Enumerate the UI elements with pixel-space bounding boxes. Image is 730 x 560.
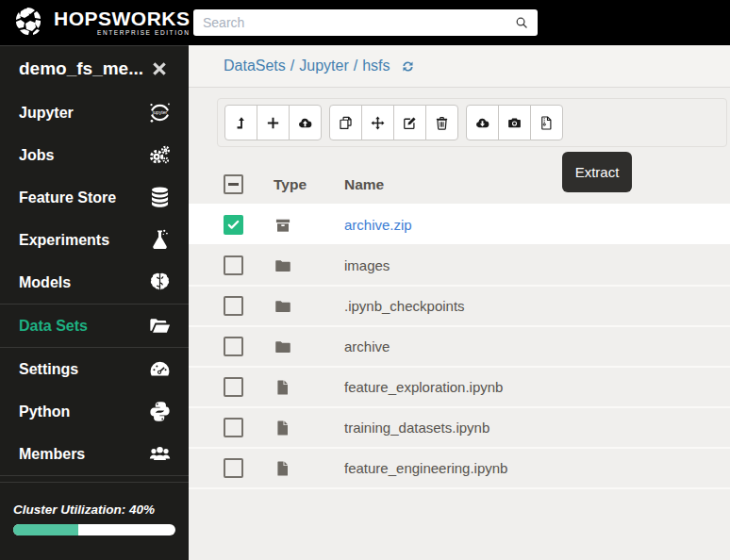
breadcrumb-link-datasets[interactable]: DataSets xyxy=(224,58,286,74)
close-project-button[interactable] xyxy=(149,58,170,79)
sidebar-item-members[interactable]: Members xyxy=(0,433,189,475)
extract-tooltip: Extract xyxy=(562,152,632,192)
file-name: feature_engineering.ipynb xyxy=(344,460,730,476)
zip-file-button[interactable] xyxy=(530,105,563,140)
breadcrumb-link-hsfs[interactable]: hsfs xyxy=(362,58,390,74)
svg-text:jupyter: jupyter xyxy=(152,109,168,115)
gears-icon xyxy=(147,142,173,168)
cluster-utilization-label: Cluster Utilization: 40% xyxy=(13,502,175,517)
sidebar-item-label: Data Sets xyxy=(19,318,88,335)
cluster-utilization: Cluster Utilization: 40% xyxy=(0,482,189,535)
sidebar: demo_fs_me... JupyterjupyterJobsFeature … xyxy=(0,45,189,560)
file-name: archive xyxy=(344,338,730,354)
search-icon[interactable] xyxy=(514,15,529,30)
refresh-button[interactable] xyxy=(400,58,416,74)
sidebar-item-python[interactable]: Python xyxy=(0,390,189,433)
row-checkbox[interactable] xyxy=(224,418,243,437)
sidebar-item-jupyter[interactable]: Jupyterjupyter xyxy=(0,91,189,134)
column-header-type: Type xyxy=(274,176,344,193)
sidebar-item-label: Settings xyxy=(19,361,78,378)
plus-icon xyxy=(265,115,281,131)
table-row-training-datasets-ipynb[interactable]: training_datasets.ipynb xyxy=(189,408,730,449)
toolbar-button-group xyxy=(329,105,458,140)
camera-button[interactable] xyxy=(498,105,531,140)
cluster-utilization-fill xyxy=(13,524,78,535)
cloud-upload-icon xyxy=(297,115,313,131)
sidebar-item-jobs[interactable]: Jobs xyxy=(0,134,189,176)
copy-button[interactable] xyxy=(329,105,362,140)
table-row-images[interactable]: images xyxy=(189,246,730,287)
sidebar-divider xyxy=(0,475,189,476)
breadcrumb-separator: / xyxy=(290,58,294,74)
table-row-ipynb-checkpoints[interactable]: .ipynb_checkpoints xyxy=(189,287,730,327)
logo-title: HOPSWORKS xyxy=(54,8,191,28)
row-checkbox[interactable] xyxy=(224,377,243,397)
table-row-feature-engineering-ipynb[interactable]: feature_engineering.ipynb xyxy=(189,449,730,489)
refresh-icon xyxy=(400,58,416,74)
sidebar-item-settings[interactable]: Settings xyxy=(0,348,189,390)
breadcrumb: DataSets/Jupyter/hsfs xyxy=(189,45,730,88)
flask-icon xyxy=(147,227,173,253)
row-checkbox[interactable] xyxy=(224,337,243,356)
plus-button[interactable] xyxy=(257,105,290,140)
copy-icon xyxy=(338,115,354,131)
jupyter-icon: jupyter xyxy=(147,100,173,125)
toolbar-button-group xyxy=(224,105,322,140)
file-table: Type Name archive.zipimages.ipynb_checkp… xyxy=(189,165,730,489)
sidebar-item-label: Models xyxy=(19,274,71,291)
select-all-checkbox[interactable] xyxy=(224,174,243,194)
sidebar-menu: JupyterjupyterJobsFeature StoreExperimen… xyxy=(0,91,189,476)
hopsworks-logo[interactable]: HOPSWORKS ENTERPRISE EDITION xyxy=(0,6,191,40)
file-name: .ipynb_checkpoints xyxy=(344,298,730,314)
app-window: HOPSWORKS ENTERPRISE EDITION demo_fs_me.… xyxy=(0,0,730,560)
level-up-icon xyxy=(233,115,249,131)
sidebar-header: demo_fs_me... xyxy=(0,46,189,91)
edit-button[interactable] xyxy=(393,105,426,140)
sidebar-item-data-sets[interactable]: Data Sets xyxy=(0,305,189,347)
toolbar-button-group xyxy=(466,105,563,140)
logo-subtitle: ENTERPRISE EDITION xyxy=(97,30,191,37)
search-input[interactable] xyxy=(193,15,514,30)
main-content: DataSets/Jupyter/hsfs Extract Type Name … xyxy=(189,45,730,560)
file-link[interactable]: archive.zip xyxy=(344,217,730,233)
breadcrumb-link-jupyter[interactable]: Jupyter xyxy=(299,58,348,74)
row-checkbox[interactable] xyxy=(224,255,243,275)
table-row-feature-exploration-ipynb[interactable]: feature_exploration.ipynb xyxy=(189,368,730,408)
table-row-archive[interactable]: archive xyxy=(189,327,730,368)
sidebar-item-label: Jobs xyxy=(19,147,54,164)
sidebar-item-feature-store[interactable]: Feature Store xyxy=(0,176,189,219)
users-icon xyxy=(147,441,173,467)
sidebar-item-label: Jupyter xyxy=(19,105,74,122)
sidebar-item-models[interactable]: Models xyxy=(0,261,189,304)
close-icon xyxy=(149,58,170,79)
gauge-icon xyxy=(147,356,173,382)
row-checkbox[interactable] xyxy=(224,215,243,235)
top-bar: HOPSWORKS ENTERPRISE EDITION xyxy=(0,0,730,45)
cloud-download-icon xyxy=(474,115,490,131)
level-up-button[interactable] xyxy=(224,105,257,140)
file-toolbar xyxy=(217,98,727,147)
row-checkbox[interactable] xyxy=(224,458,243,478)
project-name: demo_fs_me... xyxy=(19,58,143,79)
brain-icon xyxy=(147,270,173,295)
trash-icon xyxy=(434,115,450,131)
cloud-upload-button[interactable] xyxy=(289,105,322,140)
search-box xyxy=(193,9,538,36)
hopsworks-logo-icon xyxy=(12,6,46,40)
zip-file-icon xyxy=(539,115,555,131)
sidebar-item-label: Python xyxy=(19,404,70,420)
cloud-download-button[interactable] xyxy=(466,105,499,140)
move-button[interactable] xyxy=(361,105,394,140)
move-icon xyxy=(370,115,386,131)
folder-icon xyxy=(274,256,292,275)
file-name: images xyxy=(344,257,730,273)
breadcrumb-separator: / xyxy=(354,58,357,74)
table-row-archive-zip[interactable]: archive.zip xyxy=(189,206,730,246)
row-checkbox[interactable] xyxy=(224,296,243,316)
file-icon xyxy=(274,419,292,437)
cluster-utilization-bar xyxy=(13,524,175,535)
file-name: feature_exploration.ipynb xyxy=(344,379,730,395)
sidebar-item-experiments[interactable]: Experiments xyxy=(0,219,189,261)
trash-button[interactable] xyxy=(425,105,458,140)
archive-box-icon xyxy=(274,216,292,235)
